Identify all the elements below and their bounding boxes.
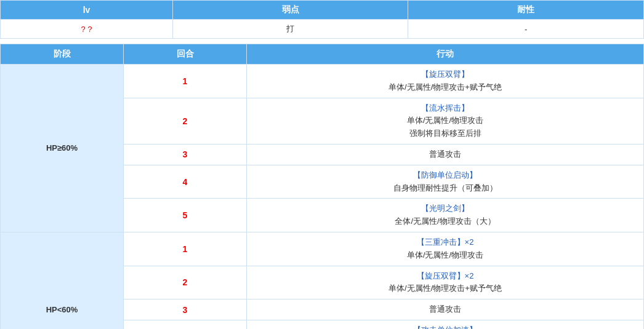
action-cell-1-3: 【攻击单位加速】自身力量、智慧、速度提升（可叠加） bbox=[247, 320, 644, 329]
action-header: 行动 bbox=[247, 44, 644, 65]
round-cell-1-2: 3 bbox=[124, 299, 247, 320]
phase-table: 阶段 回合 行动 HP≥60%1【旋压双臂】单体/无属性/物理攻击+赋予气绝2【… bbox=[0, 44, 644, 329]
round-cell-0-1: 2 bbox=[124, 98, 247, 144]
lv-header: lv bbox=[1, 1, 173, 20]
action-title: 【流水挥击】 bbox=[249, 102, 641, 115]
action-title: 【三重冲击】×2 bbox=[249, 236, 641, 249]
action-cell-1-0: 【三重冲击】×2单体/无属性/物理攻击 bbox=[247, 232, 644, 266]
round-cell-0-4: 5 bbox=[124, 199, 247, 232]
round-cell-1-3: 4 bbox=[124, 320, 247, 329]
weakness-value: 打 bbox=[172, 20, 408, 39]
action-cell-0-4: 【光明之剑】全体/无属性/物理攻击（大） bbox=[247, 199, 644, 232]
action-title: 【旋压双臂】 bbox=[249, 68, 641, 81]
round-cell-0-2: 3 bbox=[124, 144, 247, 165]
lv-value: ? ? bbox=[1, 20, 173, 39]
action-sub: 自身物理耐性提升（可叠加） bbox=[249, 182, 641, 195]
phase-cell-0: HP≥60% bbox=[1, 65, 124, 232]
action-title: 【旋压双臂】×2 bbox=[249, 270, 641, 283]
action-cell-0-1: 【流水挥击】单体/无属性/物理攻击强制将目标移至后排 bbox=[247, 98, 644, 144]
action-sub: 强制将目标移至后排 bbox=[249, 127, 641, 140]
action-sub: 普通攻击 bbox=[249, 148, 641, 161]
action-sub: 单体/无属性/物理攻击 bbox=[249, 114, 641, 127]
action-cell-0-2: 普通攻击 bbox=[247, 144, 644, 165]
action-title: 【攻击单位加速】 bbox=[249, 324, 641, 329]
phase-header: 阶段 bbox=[1, 44, 124, 65]
round-header: 回合 bbox=[124, 44, 247, 65]
round-cell-1-1: 2 bbox=[124, 266, 247, 299]
action-cell-0-0: 【旋压双臂】单体/无属性/物理攻击+赋予气绝 bbox=[247, 65, 644, 98]
action-cell-1-2: 普通攻击 bbox=[247, 299, 644, 320]
action-cell-1-1: 【旋压双臂】×2单体/无属性/物理攻击+赋予气绝 bbox=[247, 266, 644, 299]
round-cell-0-3: 4 bbox=[124, 165, 247, 199]
action-sub: 全体/无属性/物理攻击（大） bbox=[249, 215, 641, 228]
round-cell-1-0: 1 bbox=[124, 232, 247, 266]
action-title: 【防御单位启动】 bbox=[249, 169, 641, 182]
action-cell-0-3: 【防御单位启动】自身物理耐性提升（可叠加） bbox=[247, 165, 644, 199]
resistance-value: - bbox=[408, 20, 644, 39]
stats-table: lv 弱点 耐性 ? ? 打 - bbox=[0, 0, 644, 39]
action-title: 【光明之剑】 bbox=[249, 202, 641, 215]
action-sub: 单体/无属性/物理攻击+赋予气绝 bbox=[249, 81, 641, 94]
section-spacer bbox=[0, 39, 644, 44]
round-cell-0-0: 1 bbox=[124, 65, 247, 98]
action-sub: 单体/无属性/物理攻击+赋予气绝 bbox=[249, 282, 641, 295]
action-sub: 普通攻击 bbox=[249, 303, 641, 316]
weakness-header: 弱点 bbox=[172, 1, 408, 20]
action-sub: 单体/无属性/物理攻击 bbox=[249, 249, 641, 262]
resistance-header: 耐性 bbox=[408, 1, 644, 20]
phase-cell-1: HP<60% bbox=[1, 232, 124, 329]
